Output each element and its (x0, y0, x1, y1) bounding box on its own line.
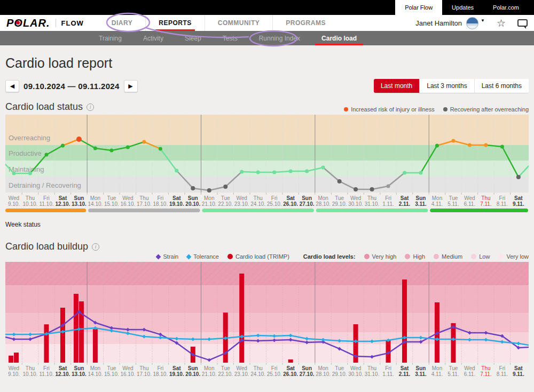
svg-text:Thu: Thu (26, 195, 35, 201)
svg-text:Thu: Thu (481, 195, 490, 201)
svg-text:Sat: Sat (172, 365, 181, 371)
svg-text:Sat: Sat (400, 195, 409, 201)
next-period-button[interactable]: ▶ (124, 80, 138, 92)
svg-text:Fri: Fri (271, 195, 278, 201)
svg-text:Wed: Wed (237, 365, 247, 371)
svg-text:Fri: Fri (157, 365, 163, 371)
polar-logo[interactable]: POLAR. (6, 17, 50, 29)
info-icon[interactable]: i (92, 243, 99, 251)
svg-text:10.10.: 10.10. (23, 371, 38, 377)
last-6-months-button[interactable]: Last 6 months (474, 79, 529, 93)
info-icon[interactable]: i (87, 103, 94, 111)
buildup-legend: Strain Tolerance Cardio load (TRIMP) Car… (5, 253, 529, 260)
svg-text:Thu: Thu (139, 195, 148, 201)
svg-text:3.11.: 3.11. (415, 201, 427, 207)
svg-text:Wed: Wed (9, 195, 19, 201)
menu-item-diary[interactable]: DIARY (99, 15, 145, 31)
svg-text:12.10.: 12.10. (56, 201, 70, 207)
svg-text:31.10.: 31.10. (365, 201, 380, 207)
trimp-dot-icon (227, 254, 233, 259)
svg-text:6.11.: 6.11. (464, 201, 476, 207)
range-button-group: Last month Last 3 months Last 6 months (374, 79, 529, 93)
svg-text:26.10.: 26.10. (283, 371, 298, 377)
svg-text:Sun: Sun (188, 365, 198, 371)
svg-text:14.10.: 14.10. (88, 201, 103, 207)
svg-text:Mon: Mon (432, 365, 442, 371)
risk-dot-icon (344, 107, 348, 111)
svg-text:Fri: Fri (499, 195, 506, 201)
svg-text:Sun: Sun (74, 195, 84, 201)
main-navbar: POLAR. FLOW DIARY REPORTS COMMUNITY PROG… (0, 15, 534, 31)
svg-text:Overreaching: Overreaching (9, 134, 50, 142)
page-title: Cardio load report (5, 55, 529, 71)
reports-subnav: Training Activity Sleep Tests Running In… (0, 31, 534, 45)
svg-text:15.10.: 15.10. (104, 371, 119, 377)
svg-text:7.11.: 7.11. (480, 371, 492, 377)
svg-text:9.11.: 9.11. (513, 371, 524, 377)
svg-text:Tue: Tue (335, 365, 344, 371)
menu-item-programs[interactable]: PROGRAMS (272, 15, 339, 31)
svg-text:Tue: Tue (221, 195, 230, 201)
svg-text:Tue: Tue (107, 365, 116, 371)
subnav-item-sleep[interactable]: Sleep (174, 31, 212, 45)
last-month-button[interactable]: Last month (374, 79, 419, 93)
low-dot-icon (471, 254, 476, 259)
svg-text:Thu: Thu (481, 365, 490, 371)
status-legend: Increased risk of injury or illness Reco… (344, 106, 529, 113)
svg-text:Detraining / Recovering: Detraining / Recovering (9, 181, 81, 189)
svg-text:Thu: Thu (26, 365, 35, 371)
svg-text:16.10.: 16.10. (120, 371, 135, 377)
user-name[interactable]: Janet Hamilton (415, 19, 462, 27)
svg-text:29.10.: 29.10. (332, 371, 347, 377)
recovering-dot-icon (443, 107, 447, 111)
svg-text:Sat: Sat (286, 195, 295, 201)
tolerance-diamond-icon (186, 254, 192, 259)
svg-text:Tue: Tue (221, 365, 230, 371)
svg-text:7.11.: 7.11. (480, 201, 492, 207)
svg-text:Wed: Wed (464, 195, 475, 201)
menu-item-reports[interactable]: REPORTS (145, 15, 205, 31)
svg-text:Sun: Sun (416, 195, 426, 201)
very-low-dot-icon (498, 254, 504, 259)
svg-text:10.10.: 10.10. (23, 201, 38, 207)
svg-text:Thu: Thu (367, 365, 376, 371)
last-3-months-button[interactable]: Last 3 months (419, 79, 474, 93)
tab-polar-flow[interactable]: Polar Flow (395, 0, 442, 15)
subnav-item-tests[interactable]: Tests (212, 31, 248, 45)
svg-text:Tue: Tue (449, 365, 458, 371)
svg-text:9.10.: 9.10. (8, 201, 20, 207)
high-dot-icon (405, 254, 410, 259)
svg-text:25.10.: 25.10. (267, 371, 282, 377)
svg-text:23.10.: 23.10. (234, 201, 249, 207)
avatar[interactable] (466, 17, 478, 29)
tab-updates[interactable]: Updates (442, 0, 483, 15)
svg-text:Mon: Mon (90, 195, 100, 201)
subnav-item-running-index[interactable]: Running Index (248, 31, 311, 45)
svg-text:Mon: Mon (318, 195, 328, 201)
svg-text:11.10.: 11.10. (39, 201, 53, 207)
svg-text:Sat: Sat (286, 365, 295, 371)
svg-text:Mon: Mon (318, 365, 328, 371)
chevron-down-icon[interactable]: ▼ (481, 18, 485, 23)
svg-text:8.11.: 8.11. (497, 371, 508, 377)
prev-period-button[interactable]: ◀ (5, 80, 19, 92)
favorites-star-icon[interactable]: ☆ (497, 18, 506, 28)
svg-text:15.10.: 15.10. (104, 201, 119, 207)
svg-text:Tue: Tue (335, 195, 344, 201)
svg-text:1.11.: 1.11. (382, 371, 394, 377)
feedback-bubble-icon[interactable] (517, 19, 528, 27)
svg-text:20.10.: 20.10. (185, 371, 200, 377)
subnav-item-cardio-load[interactable]: Cardio load (311, 31, 367, 45)
svg-text:Fri: Fri (43, 195, 50, 201)
svg-text:Tue: Tue (107, 195, 116, 201)
svg-text:Wed: Wed (350, 365, 361, 371)
subnav-item-training[interactable]: Training (88, 31, 132, 45)
menu-item-community[interactable]: COMMUNITY (205, 15, 273, 31)
svg-text:31.10.: 31.10. (365, 371, 380, 377)
tab-polar-com[interactable]: Polar.com (483, 0, 529, 15)
svg-text:Fri: Fri (43, 365, 50, 371)
svg-text:22.10.: 22.10. (218, 201, 233, 207)
svg-text:9.10.: 9.10. (8, 371, 20, 377)
subnav-item-activity[interactable]: Activity (132, 31, 174, 45)
svg-text:25.10.: 25.10. (267, 201, 282, 207)
